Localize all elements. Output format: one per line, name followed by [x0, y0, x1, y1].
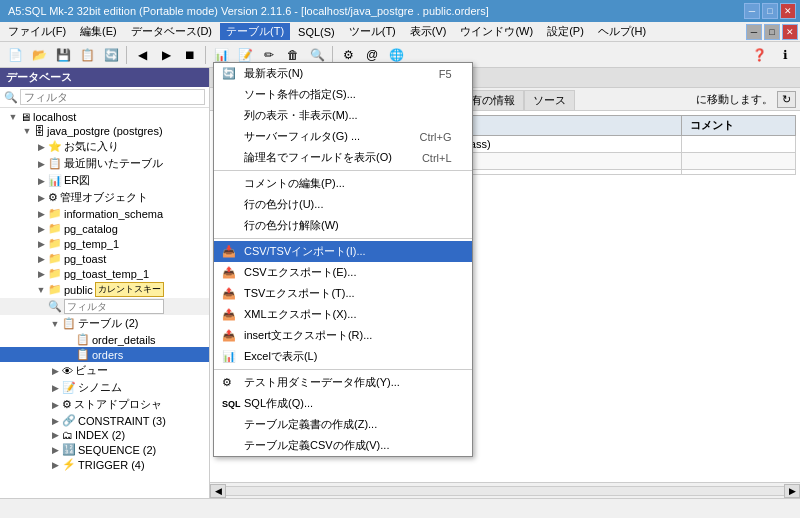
menu-sql[interactable]: SQL(S): [292, 25, 341, 39]
expand-sequence[interactable]: ▶: [48, 445, 62, 455]
scroll-left-btn[interactable]: ◀: [210, 484, 226, 498]
tree-item-sequence[interactable]: ▶ 🔢 SEQUENCE (2): [0, 442, 209, 457]
menu-edit[interactable]: 編集(E): [74, 23, 123, 40]
tree-item-pg-catalog[interactable]: ▶ 📁 pg_catalog: [0, 221, 209, 236]
tree-item-views[interactable]: ▶ 👁 ビュー: [0, 362, 209, 379]
minimize-button[interactable]: ─: [744, 3, 760, 19]
tree-item-pg-toast-temp-1[interactable]: ▶ 📁 pg_toast_temp_1: [0, 266, 209, 281]
scroll-right-btn[interactable]: ▶: [784, 484, 800, 498]
subtab-source[interactable]: ソース: [524, 90, 575, 110]
menu-columns[interactable]: 列の表示・非表示(M)...: [214, 105, 472, 126]
menu-sort-label: ソート条件の指定(S)...: [244, 87, 356, 102]
menu-help[interactable]: ヘルプ(H): [592, 23, 652, 40]
expand-favorites[interactable]: ▶: [34, 142, 48, 152]
tree-item-pg-temp-1[interactable]: ▶ 📁 pg_temp_1: [0, 236, 209, 251]
expand-er[interactable]: ▶: [34, 176, 48, 186]
panel-close-btn[interactable]: ✕: [782, 24, 798, 40]
menu-tool[interactable]: ツール(T): [343, 23, 402, 40]
menu-server-filter[interactable]: サーバーフィルタ(G) ... Ctrl+G: [214, 126, 472, 147]
expand-java-postgre[interactable]: ▼: [20, 126, 34, 136]
toolbar-help-btn[interactable]: ❓: [748, 45, 770, 65]
toolbar-btn-7[interactable]: ▶: [155, 45, 177, 65]
menu-test-data[interactable]: ⚙ テスト用ダミーデータ作成(Y)...: [214, 372, 472, 393]
menu-csv-import[interactable]: 📥 CSV/TSVインポート(I)...: [214, 241, 472, 262]
expand-index[interactable]: ▶: [48, 430, 62, 440]
tree-item-favorites[interactable]: ▶ ⭐ お気に入り: [0, 138, 209, 155]
expand-admin[interactable]: ▶: [34, 193, 48, 203]
tree-item-order-details[interactable]: 📋 order_details: [0, 332, 209, 347]
toolbar-btn-8[interactable]: ⏹: [179, 45, 201, 65]
tree-item-info-schema[interactable]: ▶ 📁 information_schema: [0, 206, 209, 221]
menu-insert-export[interactable]: 📤 insert文エクスポート(R)...: [214, 325, 472, 346]
toolbar-info-btn[interactable]: ℹ: [774, 45, 796, 65]
tree-item-synonyms[interactable]: ▶ 📝 シノニム: [0, 379, 209, 396]
pg-temp-1-label: pg_temp_1: [64, 238, 119, 250]
expand-recent[interactable]: ▶: [34, 159, 48, 169]
refresh-button[interactable]: ↻: [777, 91, 796, 108]
expand-info-schema[interactable]: ▶: [34, 209, 48, 219]
tree-item-tables[interactable]: ▼ 📋 テーブル (2): [0, 315, 209, 332]
menu-xml-export[interactable]: 📤 XMLエクスポート(X)...: [214, 304, 472, 325]
expand-pg-temp-1[interactable]: ▶: [34, 239, 48, 249]
tree-item-er[interactable]: ▶ 📊 ER図: [0, 172, 209, 189]
menu-table[interactable]: テーブル(T): [220, 23, 290, 40]
expand-public[interactable]: ▼: [34, 285, 48, 295]
tree-item-constraint[interactable]: ▶ 🔗 CONSTRAINT (3): [0, 413, 209, 428]
toolbar-btn-5[interactable]: 🔄: [100, 45, 122, 65]
expand-trigger[interactable]: ▶: [48, 460, 62, 470]
tree-item-admin[interactable]: ▶ ⚙ 管理オブジェクト: [0, 189, 209, 206]
pg-toast-label: pg_toast: [64, 253, 106, 265]
tree-item-java-postgre[interactable]: ▼ 🗄 java_postgre (postgres): [0, 124, 209, 138]
menu-table-def-csv[interactable]: テーブル定義CSVの作成(V)...: [214, 435, 472, 456]
tree-item-recent[interactable]: ▶ 📋 最近開いたテーブル: [0, 155, 209, 172]
toolbar-btn-4[interactable]: 📋: [76, 45, 98, 65]
toolbar-btn-1[interactable]: 📄: [4, 45, 26, 65]
menu-sort[interactable]: ソート条件の指定(S)...: [214, 84, 472, 105]
toolbar-btn-6[interactable]: ◀: [131, 45, 153, 65]
panel-restore-btn[interactable]: □: [764, 24, 780, 40]
toolbar-btn-2[interactable]: 📂: [28, 45, 50, 65]
tree-filter-input[interactable]: [64, 299, 164, 314]
menu-row-color-clear[interactable]: 行の色分け解除(W): [214, 215, 472, 236]
menu-window[interactable]: ウインドウ(W): [454, 23, 539, 40]
tree-item-orders[interactable]: 📋 orders: [0, 347, 209, 362]
expand-pg-toast[interactable]: ▶: [34, 254, 48, 264]
menu-comment-edit[interactable]: コメントの編集(P)...: [214, 173, 472, 194]
menu-settings[interactable]: 設定(P): [541, 23, 590, 40]
tree-item-trigger[interactable]: ▶ ⚡ TRIGGER (4): [0, 457, 209, 472]
menu-refresh[interactable]: 🔄 最新表示(N) F5: [214, 63, 472, 84]
panel-minimize-btn[interactable]: ─: [746, 24, 762, 40]
menu-table-def-doc[interactable]: テーブル定義書の作成(Z)...: [214, 414, 472, 435]
scroll-track[interactable]: [226, 486, 784, 496]
toolbar-btn-3[interactable]: 💾: [52, 45, 74, 65]
menu-csv-export[interactable]: 📤 CSVエクスポート(E)...: [214, 262, 472, 283]
tree-item-public[interactable]: ▼ 📁 public カレントスキー: [0, 281, 209, 298]
tree-item-index[interactable]: ▶ 🗂 INDEX (2): [0, 428, 209, 442]
expand-pg-toast-temp-1[interactable]: ▶: [34, 269, 48, 279]
menu-tsv-export[interactable]: 📤 TSVエクスポート(T)...: [214, 283, 472, 304]
expand-localhost[interactable]: ▼: [6, 112, 20, 122]
menu-excel-view[interactable]: 📊 Excelで表示(L): [214, 346, 472, 367]
tree-item-localhost[interactable]: ▼ 🖥 localhost: [0, 110, 209, 124]
left-panel: データベース 🔍 ▼ 🖥 localhost ▼ 🗄: [0, 68, 210, 498]
menu-view[interactable]: 表示(V): [404, 23, 453, 40]
filter-input[interactable]: [20, 89, 205, 105]
horizontal-scrollbar[interactable]: ◀ ▶: [210, 482, 800, 498]
expand-pg-catalog[interactable]: ▶: [34, 224, 48, 234]
expand-tables[interactable]: ▼: [48, 319, 62, 329]
menu-row-color[interactable]: 行の色分け(U)...: [214, 194, 472, 215]
expand-views[interactable]: ▶: [48, 366, 62, 376]
expand-synonyms[interactable]: ▶: [48, 383, 62, 393]
menu-sql-create[interactable]: SQL SQL作成(Q)...: [214, 393, 472, 414]
menu-field-name[interactable]: 論理名でフィールドを表示(O) Ctrl+L: [214, 147, 472, 168]
tree-item-pg-toast[interactable]: ▶ 📁 pg_toast: [0, 251, 209, 266]
menu-file[interactable]: ファイル(F): [2, 23, 72, 40]
tree-item-filter[interactable]: 🔍: [0, 298, 209, 315]
menu-database[interactable]: データベース(D): [125, 23, 218, 40]
tree-item-stored-proc[interactable]: ▶ ⚙ ストアドプロシャ: [0, 396, 209, 413]
expand-stored-proc[interactable]: ▶: [48, 400, 62, 410]
restore-button[interactable]: □: [762, 3, 778, 19]
expand-constraint[interactable]: ▶: [48, 416, 62, 426]
tree-container[interactable]: ▼ 🖥 localhost ▼ 🗄 java_postgre (postgres…: [0, 108, 209, 498]
close-button[interactable]: ✕: [780, 3, 796, 19]
